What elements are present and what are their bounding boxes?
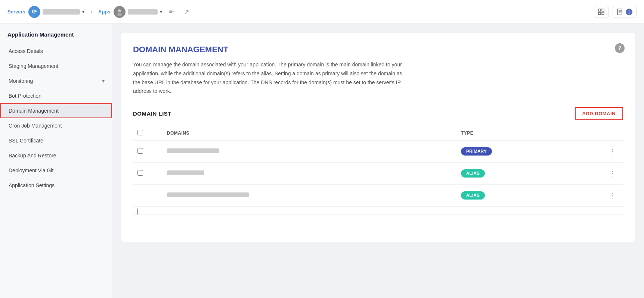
domain-name-2 (167, 170, 204, 175)
svg-rect-5 (598, 12, 601, 15)
sidebar-item-domain-management[interactable]: Domain Management (0, 103, 112, 118)
app-name (128, 9, 158, 15)
app-dropdown-arrow[interactable]: ▾ (160, 9, 162, 15)
chevron-down-icon: ▾ (102, 78, 105, 84)
add-domain-button[interactable]: ADD DOMAIN (575, 107, 623, 120)
server-logo: ⟳ (28, 6, 40, 18)
svg-rect-6 (602, 12, 604, 15)
domain-action-menu-1[interactable]: ⋮ (606, 146, 619, 157)
type-column-header: TYPE (456, 126, 579, 141)
sidebar-item-cron-job-management[interactable]: Cron Job Management (0, 118, 112, 133)
svg-rect-4 (602, 9, 604, 11)
files-button[interactable]: 1 (613, 6, 637, 18)
apps-label: Apps (98, 9, 111, 15)
domain-action-menu-2[interactable]: ⋮ (606, 168, 619, 179)
divider-line (137, 208, 138, 214)
table-row: PRIMARY ⋮ (133, 141, 623, 163)
domains-column-header: DOMAINS (162, 126, 456, 141)
files-badge: 1 (626, 9, 632, 15)
main-content: ? DOMAIN MANAGEMENT You can manage the d… (112, 24, 644, 298)
sidebar-item-monitoring[interactable]: Monitoring ▾ (0, 73, 112, 88)
domain-name-1 (167, 148, 219, 153)
app-logo (114, 6, 126, 18)
domain-type-badge-3: ALIAS (461, 191, 485, 200)
apps-section: Apps ▾ ✏ ↗ (98, 6, 193, 18)
svg-point-1 (118, 9, 121, 12)
row-checkbox-1[interactable] (137, 148, 143, 154)
row-checkbox-2[interactable] (137, 170, 143, 176)
grid-view-button[interactable] (594, 6, 609, 18)
svg-point-2 (117, 13, 122, 16)
svg-rect-7 (617, 9, 622, 15)
domain-list-title: DOMAIN LIST (133, 110, 171, 117)
table-row: ALIAS ⋮ (133, 185, 623, 207)
breadcrumb-separator: › (90, 9, 92, 15)
sidebar-item-ssl-certificate[interactable]: SSL Certificate (0, 133, 112, 148)
sidebar-title: Application Management (0, 31, 112, 44)
table-row: ALIAS ⋮ (133, 163, 623, 185)
content-card: ? DOMAIN MANAGEMENT You can manage the d… (121, 33, 635, 242)
sidebar-item-staging-management[interactable]: Staging Management (0, 59, 112, 73)
server-info[interactable]: ⟳ ▾ (28, 6, 84, 18)
sidebar-item-application-settings[interactable]: Application Settings (0, 178, 112, 193)
server-dropdown-arrow[interactable]: ▾ (82, 9, 84, 15)
sidebar-item-access-details[interactable]: Access Details (0, 44, 112, 59)
domain-name-3 (167, 192, 249, 197)
divider-row (133, 207, 623, 215)
help-icon[interactable]: ? (615, 43, 625, 53)
domain-action-menu-3[interactable]: ⋮ (606, 190, 619, 201)
svg-rect-3 (598, 9, 601, 11)
server-name (43, 9, 80, 15)
servers-section: Servers ⟳ ▾ (7, 6, 84, 18)
sidebar-item-bot-protection[interactable]: Bot Protection (0, 88, 112, 103)
domain-table: DOMAINS TYPE PR (133, 126, 623, 215)
topbar: Servers ⟳ ▾ › Apps ▾ ✏ ↗ 1 (0, 0, 644, 24)
domain-list-header: DOMAIN LIST ADD DOMAIN (133, 107, 623, 120)
external-link-button[interactable]: ↗ (180, 6, 193, 18)
edit-app-button[interactable]: ✏ (165, 6, 177, 18)
page-title: DOMAIN MANAGEMENT (133, 45, 623, 54)
topbar-right-icons: 1 (594, 6, 637, 18)
servers-label: Servers (7, 9, 25, 15)
sidebar: Application Management Access Details St… (0, 24, 112, 298)
sidebar-item-backup-and-restore[interactable]: Backup And Restore (0, 148, 112, 163)
sidebar-item-deployment-via-git[interactable]: Deployment Via Git (0, 163, 112, 178)
domain-type-badge-1: PRIMARY (461, 147, 492, 156)
app-info[interactable]: ▾ (114, 6, 162, 18)
page-description: You can manage the domain associated wit… (133, 60, 409, 96)
layout: Application Management Access Details St… (0, 24, 644, 298)
domain-type-badge-2: ALIAS (461, 169, 485, 178)
select-all-checkbox[interactable] (137, 130, 143, 135)
